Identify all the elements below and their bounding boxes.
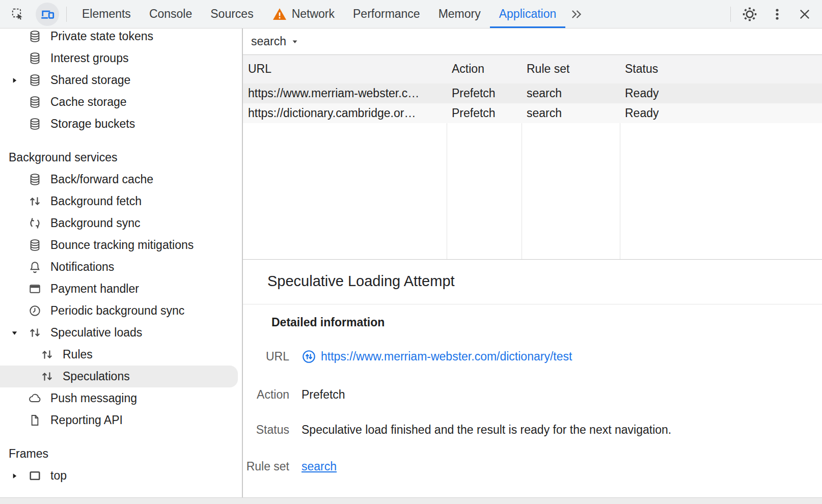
field-row-rule-set: Rule setsearch — [243, 458, 822, 475]
speculations-filter-bar: search — [243, 29, 822, 54]
field-label: URL — [243, 348, 289, 365]
tab-memory[interactable]: Memory — [429, 0, 490, 28]
inspect-button[interactable] — [7, 4, 28, 24]
grid-column-header-url[interactable]: URL — [243, 55, 447, 83]
database-icon — [28, 117, 42, 131]
device-toolbar-button[interactable] — [36, 3, 59, 26]
sidebar-item-storage-buckets[interactable]: Storage buckets — [0, 113, 242, 135]
attempt-title-bar: Speculative Loading Attempt — [243, 259, 822, 304]
grid-cell-status: Ready — [620, 103, 822, 123]
tab-sources[interactable]: Sources — [201, 0, 262, 28]
sidebar-item-notifications[interactable]: Notifications — [0, 256, 242, 278]
sidebar-item-speculative-loads[interactable]: Speculative loads — [0, 322, 242, 344]
sidebar-item-background-fetch[interactable]: Background fetch — [0, 190, 242, 212]
sidebar-item-top[interactable]: top — [0, 465, 242, 487]
sidebar-item-push-messaging[interactable]: Push messaging — [0, 387, 242, 409]
sidebar-item-label: top — [50, 469, 67, 483]
tab-application[interactable]: Application — [490, 0, 566, 28]
reveal-url-icon[interactable] — [302, 349, 316, 364]
expander-right-icon[interactable] — [11, 76, 18, 84]
url-link[interactable]: https://www.merriam-webster.com/dictiona… — [321, 348, 572, 365]
database-icon — [28, 73, 42, 87]
tab-console[interactable]: Console — [140, 0, 201, 28]
toolbar-divider — [730, 7, 731, 22]
tab-label: Elements — [82, 7, 131, 21]
tab-label: Sources — [210, 7, 253, 21]
sidebar-item-label: Shared storage — [50, 73, 130, 87]
devtools-toolbar: ElementsConsoleSourcesNetworkPerformance… — [0, 0, 822, 29]
sidebar-item-interest-groups[interactable]: Interest groups — [0, 47, 242, 69]
grid-cell-rule-set: search — [522, 83, 620, 103]
grid-column-header-status[interactable]: Status — [620, 55, 822, 83]
field-row-status: StatusSpeculative load finished and the … — [243, 421, 822, 438]
tab-elements[interactable]: Elements — [73, 0, 140, 28]
grid-cell-url: https://dictionary.cambridge.or… — [243, 103, 447, 123]
bottom-edge — [0, 497, 822, 504]
tab-performance[interactable]: Performance — [344, 0, 429, 28]
sidebar-item-private-state-tokens[interactable]: Private state tokens — [0, 29, 242, 47]
ruleset-link[interactable]: search — [302, 458, 337, 475]
sidebar-item-label: Reporting API — [50, 413, 123, 427]
ruleset-filter-dropdown[interactable]: search — [251, 35, 298, 48]
database-icon — [28, 30, 42, 43]
table-row[interactable]: https://dictionary.cambridge.or…Prefetch… — [243, 103, 822, 123]
sidebar-section-header-background-services: Background services — [0, 147, 242, 169]
sidebar-item-rules[interactable]: Rules — [0, 344, 242, 366]
speculations-panel: search URLActionRule setStatus https://w… — [243, 29, 822, 498]
close-icon — [798, 7, 812, 21]
tab-label: Application — [499, 7, 557, 21]
details-heading: Detailed information — [271, 316, 385, 329]
field-value-text: Prefetch — [302, 386, 345, 403]
expander-down-icon[interactable] — [11, 329, 18, 337]
field-value: Prefetch — [302, 386, 817, 403]
inspect-icon — [11, 7, 24, 21]
table-row[interactable]: https://www.merriam-webster.c…Prefetchse… — [243, 83, 822, 103]
sidebar-item-payment-handler[interactable]: Payment handler — [0, 278, 242, 300]
menu-button[interactable] — [767, 4, 787, 24]
document-icon — [28, 413, 42, 427]
tab-network[interactable]: Network — [263, 0, 344, 28]
sidebar-item-label: Back/forward cache — [50, 173, 153, 186]
speculations-data-grid: URLActionRule setStatus https://www.merr… — [243, 54, 822, 260]
sidebar-item-shared-storage[interactable]: Shared storage — [0, 69, 242, 91]
tab-label: Network — [292, 7, 335, 21]
sidebar-item-label: Background sync — [50, 216, 140, 230]
tab-label: Performance — [353, 7, 420, 21]
sidebar-item-speculations[interactable]: Speculations — [0, 366, 238, 387]
tab-label: Memory — [439, 7, 481, 21]
settings-button[interactable] — [739, 4, 760, 24]
device-toolbar-icon — [40, 7, 55, 22]
toolbar-right-controls — [730, 0, 822, 28]
database-icon — [28, 238, 42, 252]
sidebar-item-bounce-tracking-mitigations[interactable]: Bounce tracking mitigations — [0, 234, 242, 256]
sidebar-item-reporting-api[interactable]: Reporting API — [0, 409, 242, 431]
up-down-arrows-icon — [28, 194, 42, 208]
sidebar-item-back-forward-cache[interactable]: Back/forward cache — [0, 169, 242, 190]
sidebar-item-periodic-background-sync[interactable]: Periodic background sync — [0, 300, 242, 322]
sidebar-item-cache-storage[interactable]: Cache storage — [0, 91, 242, 113]
more-tabs-button[interactable] — [565, 0, 588, 28]
field-value: Speculative load finished and the result… — [302, 421, 817, 438]
field-value: https://www.merriam-webster.com/dictiona… — [302, 348, 817, 365]
field-label: Rule set — [243, 458, 289, 475]
application-sidebar: Private state tokensInterest groupsShare… — [0, 29, 243, 498]
grid-cell-url: https://www.merriam-webster.c… — [243, 83, 447, 103]
attempt-details: Detailed information URLhttps://www.merr… — [243, 304, 822, 498]
database-icon — [28, 95, 42, 109]
grid-cell-action: Prefetch — [447, 83, 522, 103]
close-button[interactable] — [794, 4, 815, 24]
grid-column-header-rule-set[interactable]: Rule set — [522, 55, 620, 83]
sidebar-tree: Private state tokensInterest groupsShare… — [0, 29, 242, 487]
sidebar-item-label: Bounce tracking mitigations — [50, 238, 194, 252]
expander-right-icon[interactable] — [11, 472, 18, 480]
sidebar-item-label: Storage buckets — [50, 117, 135, 131]
section-title: Speculative Loading Attempt — [267, 273, 455, 290]
field-value-text: Speculative load finished and the result… — [302, 421, 671, 438]
sidebar-item-label: Interest groups — [50, 51, 128, 65]
chevron-down-icon — [291, 38, 298, 45]
sidebar-item-background-sync[interactable]: Background sync — [0, 212, 242, 234]
frame-icon — [28, 469, 42, 483]
grid-column-header-action[interactable]: Action — [447, 55, 522, 83]
sidebar-item-label: Periodic background sync — [50, 304, 184, 318]
toolbar-divider — [66, 7, 67, 22]
